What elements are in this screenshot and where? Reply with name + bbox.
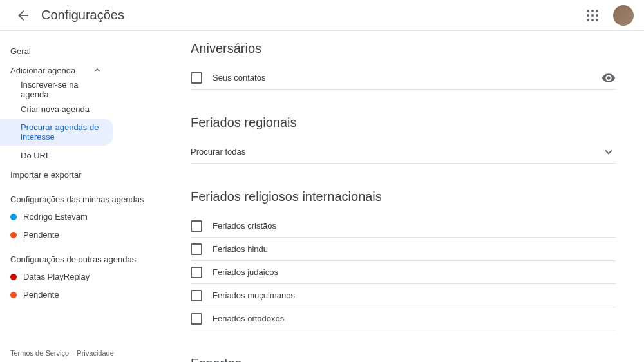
svg-point-5 — [596, 14, 598, 17]
option-label: Feriados ortodoxos — [213, 314, 284, 323]
option-left: Feriados hindu — [191, 243, 268, 255]
page-title: Configurações — [41, 8, 124, 23]
sidebar-label: Importar e exportar — [10, 170, 82, 180]
other-calendars-title: Configurações de outras agendas — [0, 244, 165, 268]
option-row-hindu: Feriados hindu — [191, 238, 616, 261]
option-label: Feriados muçulmanos — [213, 291, 295, 300]
my-calendars-title: Configurações das minhas agendas — [0, 184, 165, 208]
option-left: Feriados ortodoxos — [191, 313, 284, 325]
calendar-dot — [10, 214, 17, 220]
content: Geral Adicionar agenda Inscrever-se na a… — [0, 31, 644, 362]
header: Configurações — [0, 0, 644, 31]
sidebar-label: Adicionar agenda — [10, 66, 75, 75]
calendar-label: Rodrigo Estevam — [23, 212, 88, 222]
calendar-dot — [10, 292, 17, 298]
search-row-all-regional[interactable]: Procurar todas — [191, 140, 616, 164]
checkbox[interactable] — [191, 267, 202, 278]
svg-point-7 — [591, 19, 594, 21]
chevron-up-icon — [91, 64, 103, 76]
section-title: Aniversários — [191, 41, 616, 56]
eye-icon[interactable] — [601, 71, 616, 85]
option-left: Feriados judaicos — [191, 267, 278, 278]
svg-point-1 — [591, 10, 594, 12]
checkbox[interactable] — [191, 220, 202, 232]
option-row-your-contacts: Seus contatos — [191, 66, 616, 90]
checkbox[interactable] — [191, 72, 202, 84]
sidebar-item-add-calendar[interactable]: Adicionar agenda — [0, 61, 113, 80]
svg-point-6 — [587, 19, 589, 21]
svg-point-3 — [587, 14, 589, 17]
checkbox[interactable] — [191, 290, 202, 301]
sidebar-label: Procurar agendas de interesse — [21, 122, 103, 142]
option-left: Seus contatos — [191, 72, 265, 84]
sidebar-label: Geral — [10, 46, 31, 56]
terms-link[interactable]: Termos de Serviço — [10, 349, 69, 357]
apps-button[interactable] — [580, 3, 605, 28]
calendar-item[interactable]: Pendente — [0, 226, 165, 244]
svg-point-2 — [596, 10, 598, 12]
sidebar-label: Inscrever-se na agenda — [21, 80, 103, 99]
section-sports: Esportes — [191, 356, 616, 362]
chevron-down-icon — [601, 145, 616, 159]
checkbox[interactable] — [191, 313, 202, 325]
calendar-item[interactable]: Pendente — [0, 286, 165, 304]
apps-grid-icon — [585, 8, 600, 23]
svg-point-4 — [591, 14, 594, 17]
calendar-label: Pendente — [23, 290, 59, 300]
section-regional: Feriados regionais Procurar todas — [191, 115, 616, 164]
option-label: Seus contatos — [213, 73, 265, 82]
header-right — [580, 3, 634, 28]
calendar-item[interactable]: Rodrigo Estevam — [0, 208, 165, 226]
sidebar-label: Criar nova agenda — [21, 104, 90, 114]
calendar-dot — [10, 274, 17, 280]
arrow-left-icon — [15, 8, 31, 23]
checkbox[interactable] — [191, 243, 202, 255]
calendar-dot — [10, 232, 17, 238]
sidebar-label: Do URL — [21, 151, 50, 160]
main: Aniversários Seus contatos Feriados regi… — [165, 31, 641, 362]
section-title: Feriados religiosos internacionais — [191, 189, 616, 204]
sidebar: Geral Adicionar agenda Inscrever-se na a… — [0, 31, 165, 362]
option-label: Feriados cristãos — [213, 221, 276, 231]
calendar-item[interactable]: Datas PlayReplay — [0, 268, 165, 286]
search-label: Procurar todas — [191, 147, 245, 157]
section-title: Feriados regionais — [191, 115, 616, 130]
section-birthdays: Aniversários Seus contatos — [191, 41, 616, 90]
option-row-muslim: Feriados muçulmanos — [191, 284, 616, 307]
option-row-christian: Feriados cristãos — [191, 214, 616, 238]
avatar[interactable] — [613, 5, 634, 26]
sidebar-item-general[interactable]: Geral — [0, 41, 113, 61]
svg-point-8 — [596, 19, 598, 21]
back-button[interactable] — [10, 3, 36, 28]
option-row-orthodox: Feriados ortodoxos — [191, 307, 616, 330]
calendar-label: Datas PlayReplay — [23, 272, 90, 281]
sidebar-subitem-from-url[interactable]: Do URL — [0, 146, 113, 165]
section-title: Esportes — [191, 356, 616, 362]
sidebar-item-import-export[interactable]: Importar e exportar — [0, 165, 113, 184]
sidebar-subitem-create-new[interactable]: Criar nova agenda — [0, 99, 113, 119]
option-label: Feriados judaicos — [213, 267, 278, 277]
section-religious: Feriados religiosos internacionais Feria… — [191, 189, 616, 330]
sidebar-subitem-subscribe[interactable]: Inscrever-se na agenda — [0, 80, 113, 99]
privacy-link[interactable]: Privacidade — [77, 349, 113, 357]
option-label: Feriados hindu — [213, 244, 268, 254]
option-left: Feriados cristãos — [191, 220, 276, 232]
footer: Termos de Serviço – Privacidade — [10, 349, 114, 357]
calendar-label: Pendente — [23, 230, 59, 240]
sidebar-subitem-browse-interest[interactable]: Procurar agendas de interesse — [0, 119, 113, 146]
option-row-jewish: Feriados judaicos — [191, 261, 616, 284]
svg-point-0 — [587, 10, 589, 12]
option-left: Feriados muçulmanos — [191, 290, 295, 301]
